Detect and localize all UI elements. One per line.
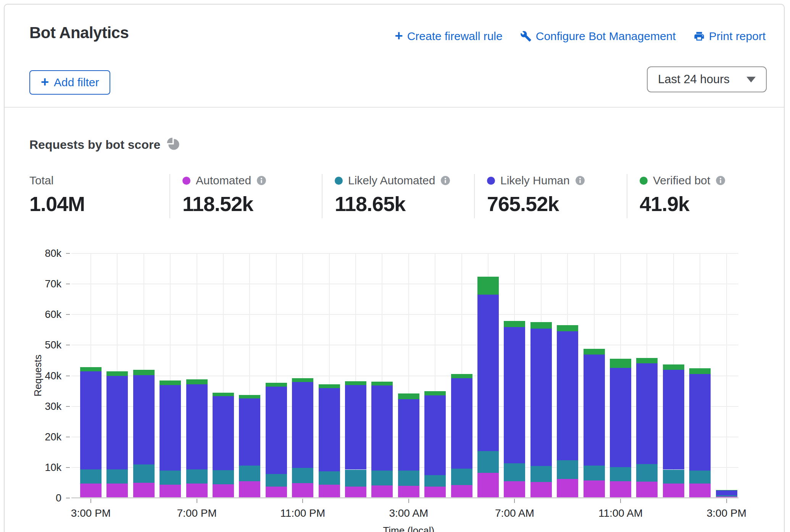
bar-segment-automated [292, 483, 313, 498]
y-axis-tick-label: 50k [29, 339, 61, 351]
x-axis-tick-label: 11:00 AM [598, 507, 643, 519]
info-icon[interactable] [256, 176, 266, 185]
bar-segment-likely-human [504, 327, 525, 463]
bar-segment-likely-human [477, 295, 499, 451]
bar-segment-likely-automated [477, 451, 499, 472]
info-icon[interactable] [575, 176, 585, 185]
x-axis-tick [514, 499, 515, 503]
bar-segment-likely-automated [636, 464, 658, 482]
bar-segment-likely-automated [292, 468, 313, 483]
bar-segment-verified-bot [186, 379, 208, 384]
x-axis-tick-label: 3:00 AM [389, 507, 428, 519]
bar-segment-likely-human [80, 371, 102, 469]
bar-segment-automated [530, 482, 552, 498]
bar-segment-automated [424, 487, 446, 498]
bar-segment-verified-bot [610, 359, 631, 368]
likely-human-legend-dot [487, 177, 495, 185]
bar-segment-verified-bot [106, 371, 128, 376]
bar-segment-automated [451, 485, 472, 498]
verified-bot-legend-dot [640, 177, 648, 185]
bar-segment-automated [636, 482, 658, 498]
bar-segment-automated [266, 487, 287, 498]
stat-verified-bot-label: Verified bot [653, 174, 710, 187]
bar-segment-likely-human [106, 376, 128, 469]
bar-segment-verified-bot [213, 393, 234, 396]
print-report-link[interactable]: Print report [693, 30, 766, 43]
y-axis-tick-label: 70k [29, 278, 61, 290]
header-divider [5, 107, 784, 108]
bar-segment-automated [319, 485, 340, 498]
bar-segment-likely-human [266, 387, 287, 474]
create-firewall-rule-link[interactable]: + Create firewall rule [395, 30, 503, 43]
bar-segment-verified-bot [160, 380, 181, 385]
stat-automated: Automated 118.52k [182, 174, 266, 216]
configure-bot-management-link[interactable]: Configure Bot Management [520, 30, 676, 43]
x-axis-tick [620, 499, 621, 503]
add-filter-label: Add filter [54, 76, 99, 89]
gridline-horizontal [71, 314, 738, 315]
x-axis-line [71, 497, 738, 498]
y-axis-tick-label: 80k [29, 248, 61, 260]
bar-segment-automated [186, 484, 208, 498]
bar-segment-likely-human [530, 329, 552, 466]
bar-segment-automated [610, 481, 631, 498]
create-firewall-rule-label: Create firewall rule [407, 30, 503, 43]
plus-icon: + [41, 77, 49, 88]
bar-segment-likely-automated [716, 495, 737, 497]
printer-icon [693, 31, 705, 42]
bar-segment-verified-bot [504, 321, 525, 327]
x-axis-title: Time (local) [383, 525, 434, 532]
bar-segment-verified-bot [689, 368, 711, 374]
pie-chart-icon [167, 137, 180, 152]
gridline-horizontal [71, 345, 738, 345]
stat-total-value: 1.04M [29, 192, 85, 216]
bar-segment-likely-automated [584, 466, 605, 480]
info-icon[interactable] [716, 176, 726, 185]
bar-segment-likely-human [345, 385, 366, 470]
y-axis-tick [66, 284, 70, 284]
stat-divider [627, 174, 627, 218]
y-axis-tick-label: 40k [29, 370, 61, 382]
bar-segment-verified-bot [239, 395, 260, 398]
bar-segment-verified-bot [319, 384, 340, 388]
bar-segment-likely-human [663, 370, 684, 470]
bar-segment-automated [371, 485, 393, 498]
bar-segment-verified-bot [345, 381, 366, 385]
bar-segment-likely-human [239, 398, 260, 466]
configure-bot-management-label: Configure Bot Management [536, 30, 676, 43]
bar-segment-automated [133, 483, 155, 498]
y-axis-tick [66, 253, 70, 254]
bar-segment-likely-human [610, 368, 631, 467]
bar-segment-likely-human [371, 385, 393, 471]
bar-segment-likely-automated [610, 467, 631, 481]
stat-divider [169, 174, 170, 218]
bar-segment-likely-automated [689, 471, 711, 484]
time-range-select[interactable]: Last 24 hours [647, 66, 767, 92]
bar-segment-likely-human [716, 490, 737, 495]
y-axis-tick [66, 376, 70, 376]
y-axis-tick-label: 10k [29, 461, 61, 473]
chevron-down-icon [746, 77, 756, 82]
y-axis-tick [66, 498, 70, 498]
bar-segment-verified-bot [530, 322, 552, 329]
x-axis-tick-label: 3:00 PM [706, 507, 746, 519]
x-axis-tick-label: 7:00 AM [495, 507, 534, 519]
y-axis-tick [66, 437, 70, 437]
bar-segment-likely-human [557, 331, 578, 461]
section-title-row: Requests by bot score [29, 137, 180, 152]
stat-likely-automated-value: 118.65k [335, 192, 450, 216]
x-axis-tick [197, 499, 197, 503]
bar-segment-verified-bot [371, 382, 393, 385]
y-axis-tick [66, 406, 70, 407]
bar-segment-likely-human [689, 374, 711, 471]
bar-segment-verified-bot [266, 383, 287, 387]
bar-segment-likely-automated [133, 464, 155, 483]
stat-likely-human-value: 765.52k [487, 192, 585, 216]
bar-segment-automated [663, 484, 684, 498]
bar-segment-automated [80, 484, 102, 498]
add-filter-button[interactable]: + Add filter [29, 70, 110, 95]
header-actions: + Create firewall rule Configure Bot Man… [395, 30, 766, 43]
bar-segment-likely-automated [160, 471, 181, 485]
stat-verified-bot: Verified bot 41.9k [640, 174, 726, 216]
info-icon[interactable] [440, 176, 450, 185]
